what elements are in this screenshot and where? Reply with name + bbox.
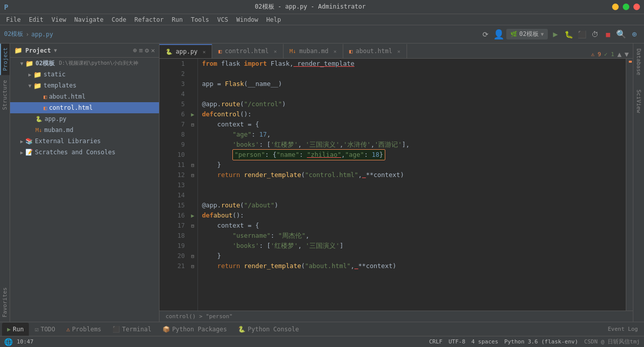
tree-header: 📁 Project ▼ ⊕ ≡ ⚙ ✕ [10,44,159,58]
collapse-icon[interactable]: ≡ [139,47,143,54]
tree-item-muban[interactable]: M↓ muban.md [10,124,159,136]
menu-window[interactable]: Window [232,15,262,24]
check-badge: ✓ 1 [604,51,614,58]
menu-file[interactable]: File [2,15,25,24]
locate-icon[interactable]: ⊕ [133,47,137,54]
debug-button[interactable]: 🐛 [563,29,574,40]
tree-header-title: Project [25,47,51,54]
coverage-icon[interactable]: ⬛ [576,29,587,40]
tree-item-static[interactable]: ▶ 📁 static [10,69,159,80]
todo-tab-label: TODO [41,326,55,333]
database-tab[interactable]: Database [634,46,643,78]
tab-control[interactable]: ◧ control.html ✕ [212,44,283,58]
python-env-item[interactable]: Python 3.6 (flask-env) [504,338,578,345]
tab-about-close[interactable]: ✕ [397,49,400,54]
python-console-tab[interactable]: 🐍 Python Console [233,323,304,336]
window-title: 02模板 - app.py - Administrator [255,3,366,11]
fold-17[interactable]: ⊟ [191,223,194,229]
todo-tab[interactable]: ☑ TODO [30,323,60,336]
favorites-tab[interactable]: Favorites [1,283,9,322]
terminal-tab[interactable]: ⬛ Terminal [107,323,156,336]
sync-icon[interactable]: ⟳ [480,29,491,40]
run-button[interactable]: ▶ [550,29,561,40]
python-console-label: Python Console [248,326,299,333]
vcs-button[interactable]: 🌿 02模板 ▼ [506,29,548,39]
tree-item-about[interactable]: ◧ about.html [10,91,159,102]
menu-refactor[interactable]: Refactor [130,15,168,24]
fold-7[interactable]: ⊟ [191,122,194,127]
minimize-button[interactable] [612,4,619,10]
charset-item[interactable]: UTF-8 [449,338,465,345]
menu-code[interactable]: Code [108,15,131,24]
project-tab[interactable]: Project [0,44,10,75]
chevron-down-icon2[interactable]: ▼ [625,50,629,58]
problems-tab-icon: ⚠ [66,326,70,333]
menu-view[interactable]: View [48,15,70,24]
problems-tab[interactable]: ⚠ Problems [61,323,106,336]
stop-button[interactable]: ■ [602,29,614,40]
tab-about[interactable]: ◧ about.html ✕ [343,44,407,58]
tab-apppy-close[interactable]: ✕ [203,49,206,55]
tree-label-about: about.html [49,93,86,100]
event-log-button[interactable]: Event Log [603,326,642,332]
py-icon-app: 🐍 [35,116,43,122]
maximize-button[interactable] [623,4,629,10]
editor-scrollbar[interactable] [626,59,633,311]
run-tab[interactable]: ▶ Run [2,323,29,336]
search-icon[interactable]: 🔍 [616,29,627,40]
breadcrumb-project[interactable]: 02模板 [4,30,23,38]
python-packages-tab[interactable]: 📦 Python Packages [157,323,232,336]
structure-tab[interactable]: Structure [1,76,9,114]
fold-21[interactable]: ⊟ [191,264,194,269]
code-line-9: 'books': ['红楼梦', '三国演义','水浒传','西游记'], [198,140,626,150]
tree-item-extlibs[interactable]: ▶ 📚 External Libraries [10,136,159,147]
breadcrumb: 02模板 › app.py [4,30,53,38]
window-controls[interactable] [612,4,640,10]
menu-run[interactable]: Run [168,15,187,24]
close-button[interactable] [633,4,640,10]
code-line-1: from flask import Flask, render_template [198,59,626,69]
close-tree-icon[interactable]: ✕ [151,47,155,54]
indent-item[interactable]: 4 spaces [471,338,498,345]
code-content[interactable]: from flask import Flask, render_template… [198,59,626,311]
code-line-14 [198,190,626,200]
code-line-20: } [198,251,626,261]
profile-icon[interactable]: 👤 [493,29,504,40]
menu-tools[interactable]: Tools [187,15,213,24]
settings-icon[interactable]: ⊕ [629,29,640,40]
profile2-icon[interactable]: ⏱ [589,29,600,40]
fold-11[interactable]: ⊟ [191,162,194,168]
bottom-panel: ▶ Run ☑ TODO ⚠ Problems ⬛ Terminal 📦 Pyt… [0,322,644,336]
menu-navigate[interactable]: Navigate [70,15,108,24]
tree-label-muban: muban.md [44,126,73,134]
tab-muban[interactable]: M↓ muban.md ✕ [284,44,343,58]
breadcrumb-file[interactable]: app.py [31,31,53,38]
code-line-10: "person": {"name": "zhiliao","age": 18} [198,150,626,160]
tree-item-templates[interactable]: ▼ 📁 templates [10,80,159,91]
run-indicator-16: ▶ [191,212,194,219]
menu-help[interactable]: Help [262,15,285,24]
file-tree: 📁 Project ▼ ⊕ ≡ ⚙ ✕ ▼ 📁 02模板 D:\视频课程\pyt… [10,44,159,322]
sciview-tab[interactable]: SciView [634,86,643,116]
tab-apppy[interactable]: 🐍 app.py ✕ [159,44,212,58]
tab-muban-close[interactable]: ✕ [334,49,337,54]
tree-item-root[interactable]: ▼ 📁 02模板 D:\视频课程\python\小白到大神 [10,58,159,69]
code-editor[interactable]: 1 2 3 4 5 6 7 8 9 10 11 12 13 14 15 16 1… [159,59,633,311]
code-line-17: context = { [198,221,626,231]
menu-edit[interactable]: Edit [25,15,48,24]
tree-label-control: control.html [49,104,93,111]
tab-md-icon: M↓ [290,48,296,55]
line-endings-item[interactable]: CRLF [429,338,442,345]
fold-12[interactable]: ⊟ [191,172,194,178]
tree-item-apppy[interactable]: 🐍 app.py [10,113,159,124]
tree-item-control[interactable]: ◧ control.html [10,102,159,113]
tree-label-apppy: app.py [45,115,66,122]
fold-20[interactable]: ⊟ [191,253,194,259]
chevron-up-icon[interactable]: ▲ [617,50,621,58]
tab-control-label: control.html [225,48,269,55]
tab-control-close[interactable]: ✕ [274,49,277,54]
tree-item-scratches[interactable]: ▶ 📝 Scratches and Consoles [10,147,159,158]
settings2-icon[interactable]: ⚙ [145,47,149,54]
tree-label-static: static [44,71,65,78]
menu-vcs[interactable]: VCS [213,15,232,24]
